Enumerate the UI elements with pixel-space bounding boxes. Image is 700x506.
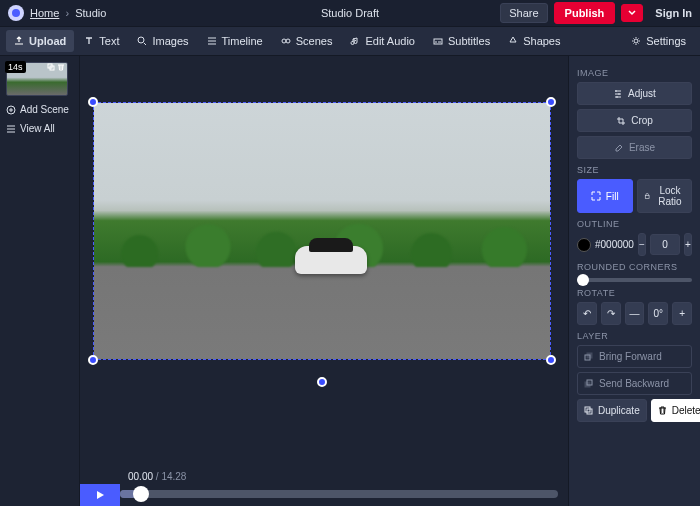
text-tool[interactable]: Text (76, 30, 127, 52)
svg-point-3 (286, 39, 290, 43)
breadcrumb-current: Studio (75, 7, 106, 19)
crop-button[interactable]: Crop (577, 109, 692, 132)
top-bar: Home › Studio Studio Draft Share Publish… (0, 0, 700, 26)
timeline-tool[interactable]: Timeline (199, 30, 271, 52)
rotate-plus-button[interactable]: + (672, 302, 692, 325)
svg-rect-13 (585, 382, 590, 387)
rotate-cw-button[interactable]: ↷ (601, 302, 621, 325)
settings-label: Settings (646, 35, 686, 47)
copy-icon[interactable] (47, 63, 55, 71)
erase-icon (614, 143, 624, 153)
delete-button[interactable]: Delete (651, 399, 700, 422)
erase-label: Erase (629, 142, 655, 153)
main-area: 14s Add Scene View All 00.0 (0, 56, 700, 506)
breadcrumb-home[interactable]: Home (30, 7, 59, 19)
image-content-car (295, 246, 367, 274)
scene-thumbnail[interactable]: 14s (6, 62, 68, 96)
add-scene-button[interactable]: Add Scene (6, 104, 73, 115)
shapes-tool[interactable]: Shapes (500, 30, 568, 52)
forward-icon (584, 352, 594, 362)
sign-in-link[interactable]: Sign In (655, 7, 692, 19)
outline-hex: #000000 (595, 239, 634, 250)
crop-label: Crop (631, 115, 653, 126)
view-all-label: View All (20, 123, 55, 134)
share-button[interactable]: Share (500, 3, 547, 23)
music-icon (350, 36, 360, 46)
play-button[interactable] (80, 484, 120, 506)
outline-minus-button[interactable]: − (638, 233, 646, 256)
adjust-button[interactable]: Adjust (577, 82, 692, 105)
rounded-slider[interactable] (577, 278, 692, 282)
timeline-playhead[interactable] (133, 486, 149, 502)
rotate-flip-button[interactable]: — (625, 302, 645, 325)
time-display: 00.00 / 14.28 (128, 471, 186, 482)
outline-color-swatch[interactable] (577, 238, 591, 252)
time-current: 00.00 (128, 471, 153, 482)
toolbar: Upload Text Images Timeline Scenes Edit … (0, 26, 700, 56)
settings-button[interactable]: Settings (623, 30, 694, 52)
publish-button[interactable]: Publish (554, 2, 616, 24)
bring-forward-button[interactable]: Bring Forward (577, 345, 692, 368)
lock-ratio-label: Lock Ratio (655, 185, 685, 207)
upload-button[interactable]: Upload (6, 30, 74, 52)
crop-icon (616, 116, 626, 126)
svg-point-1 (138, 37, 144, 43)
send-backward-label: Send Backward (599, 378, 669, 389)
logo-icon (11, 8, 21, 18)
gear-icon (631, 36, 641, 46)
upload-label: Upload (29, 35, 66, 47)
timeline-label: Timeline (222, 35, 263, 47)
fill-label: Fill (606, 191, 619, 202)
scenes-tool[interactable]: Scenes (273, 30, 341, 52)
section-outline: OUTLINE (577, 219, 692, 229)
images-label: Images (152, 35, 188, 47)
resize-handle-bottom-right[interactable] (546, 355, 556, 365)
svg-point-2 (282, 39, 286, 43)
timeline-icon (207, 36, 217, 46)
trash-icon[interactable] (57, 63, 65, 71)
breadcrumb: Home › Studio (30, 7, 106, 19)
scenes-label: Scenes (296, 35, 333, 47)
expand-icon (591, 191, 601, 201)
timeline-track[interactable] (120, 490, 558, 498)
upload-icon (14, 36, 24, 46)
outline-plus-button[interactable]: + (684, 233, 692, 256)
view-all-button[interactable]: View All (6, 123, 73, 134)
timeline-bar: 00.00 / 14.28 (80, 462, 568, 506)
images-tool[interactable]: Images (129, 30, 196, 52)
svg-point-0 (12, 9, 20, 17)
resize-handle-top-left[interactable] (88, 97, 98, 107)
document-title[interactable]: Studio Draft (321, 7, 379, 19)
rotate-angle-input[interactable]: 0° (648, 302, 668, 325)
rounded-slider-knob[interactable] (577, 274, 589, 286)
publish-dropdown-button[interactable] (621, 4, 643, 22)
text-icon (84, 36, 94, 46)
selected-image[interactable] (94, 103, 550, 359)
send-backward-button[interactable]: Send Backward (577, 372, 692, 395)
section-rounded: ROUNDED CORNERS (577, 262, 692, 272)
lock-ratio-button[interactable]: Lock Ratio (637, 179, 693, 213)
time-total: 14.28 (161, 471, 186, 482)
adjust-label: Adjust (628, 88, 656, 99)
backward-icon (584, 379, 594, 389)
subtitles-tool[interactable]: Subtitles (425, 30, 498, 52)
erase-button[interactable]: Erase (577, 136, 692, 159)
shapes-icon (508, 36, 518, 46)
outline-width-input[interactable]: 0 (650, 234, 680, 255)
fill-button[interactable]: Fill (577, 179, 633, 213)
svg-point-5 (634, 39, 638, 43)
app-logo[interactable] (8, 5, 24, 21)
duplicate-label: Duplicate (598, 405, 640, 416)
svg-rect-11 (587, 353, 592, 358)
resize-handle-top-right[interactable] (546, 97, 556, 107)
duplicate-button[interactable]: Duplicate (577, 399, 647, 422)
audio-tool[interactable]: Edit Audio (342, 30, 423, 52)
subtitles-icon (433, 36, 443, 46)
rotate-ccw-button[interactable]: ↶ (577, 302, 597, 325)
resize-handle-bottom-left[interactable] (88, 355, 98, 365)
text-label: Text (99, 35, 119, 47)
plus-circle-icon (6, 105, 16, 115)
properties-panel: IMAGE Adjust Crop Erase SIZE Fill Lock R… (568, 56, 700, 506)
rotate-handle[interactable] (317, 377, 327, 387)
bring-forward-label: Bring Forward (599, 351, 662, 362)
